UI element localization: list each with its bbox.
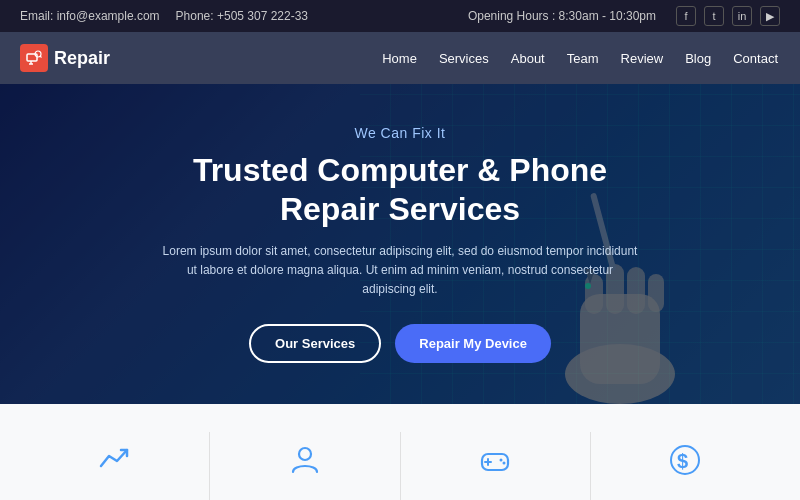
nav-blog[interactable]: Blog bbox=[683, 47, 713, 70]
svg-text:$: $ bbox=[677, 450, 688, 472]
opening-hours: Opening Hours : 8:30am - 10:30pm bbox=[468, 9, 656, 23]
svg-line-4 bbox=[40, 56, 41, 57]
hero-content: We Can Fix It Trusted Computer & Phone R… bbox=[120, 125, 680, 362]
top-bar-left: Email: info@example.com Phone: +505 307 … bbox=[20, 9, 308, 23]
service-wholesale: Wholesale Parts bbox=[401, 432, 591, 500]
social-icons: f t in ▶ bbox=[676, 6, 780, 26]
logo: Repair bbox=[20, 44, 110, 72]
top-bar: Email: info@example.com Phone: +505 307 … bbox=[0, 0, 800, 32]
svg-point-19 bbox=[503, 462, 506, 465]
youtube-icon[interactable]: ▶ bbox=[760, 6, 780, 26]
main-nav: Home Services About Team Review Blog Con… bbox=[380, 47, 780, 70]
price-guarantee-icon: $ bbox=[607, 442, 764, 486]
hero-section: We Can Fix It Trusted Computer & Phone R… bbox=[0, 84, 800, 404]
nav-contact[interactable]: Contact bbox=[731, 47, 780, 70]
twitter-icon[interactable]: t bbox=[704, 6, 724, 26]
hero-description: Lorem ipsum dolor sit amet, consectetur … bbox=[160, 242, 640, 300]
top-bar-right: Opening Hours : 8:30am - 10:30pm f t in … bbox=[468, 6, 780, 26]
linkedin-icon[interactable]: in bbox=[732, 6, 752, 26]
hero-subtitle: We Can Fix It bbox=[140, 125, 660, 141]
nav-about[interactable]: About bbox=[509, 47, 547, 70]
logo-icon bbox=[20, 44, 48, 72]
hero-title: Trusted Computer & Phone Repair Services bbox=[140, 151, 660, 228]
services-section: Fast & Quick Repairs Great Customer Serv… bbox=[0, 404, 800, 500]
service-customer: Great Customer Service bbox=[210, 432, 400, 500]
email-info: Email: info@example.com bbox=[20, 9, 160, 23]
fast-repairs-icon bbox=[36, 442, 193, 486]
header: Repair Home Services About Team Review B… bbox=[0, 32, 800, 84]
customer-service-icon bbox=[226, 442, 383, 486]
logo-text: Repair bbox=[54, 48, 110, 69]
svg-point-14 bbox=[299, 448, 311, 460]
nav-review[interactable]: Review bbox=[619, 47, 666, 70]
repair-my-device-button[interactable]: Repair My Device bbox=[395, 324, 551, 363]
wholesale-parts-icon bbox=[417, 442, 574, 486]
nav-services[interactable]: Services bbox=[437, 47, 491, 70]
phone-info: Phone: +505 307 222-33 bbox=[176, 9, 308, 23]
our-services-button[interactable]: Our Services bbox=[249, 324, 381, 363]
svg-point-18 bbox=[500, 459, 503, 462]
nav-home[interactable]: Home bbox=[380, 47, 419, 70]
facebook-icon[interactable]: f bbox=[676, 6, 696, 26]
nav-team[interactable]: Team bbox=[565, 47, 601, 70]
service-price: $ Lowest Price Guarantee bbox=[591, 432, 780, 500]
hero-buttons: Our Services Repair My Device bbox=[140, 324, 660, 363]
service-fast-repairs: Fast & Quick Repairs bbox=[20, 432, 210, 500]
